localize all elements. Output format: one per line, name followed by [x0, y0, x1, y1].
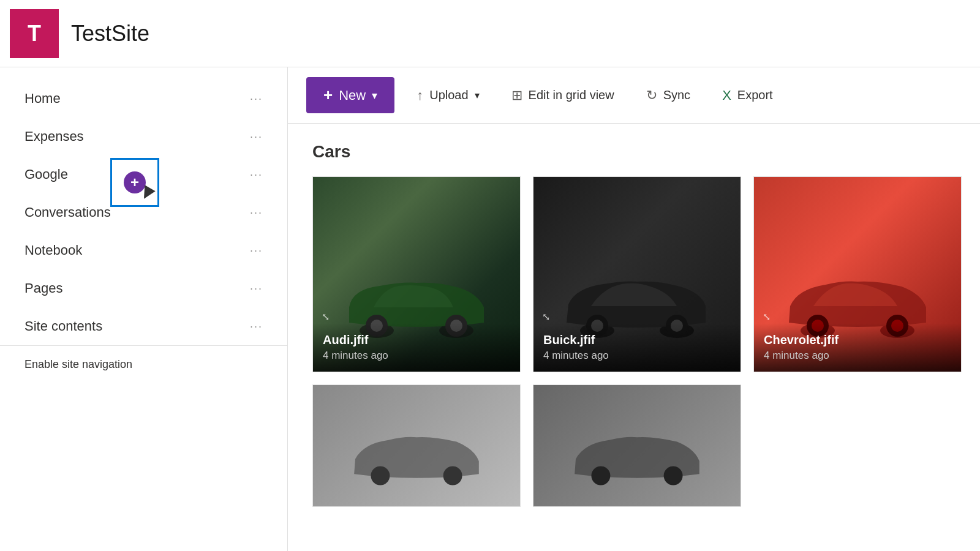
buick-filename: Buick.jfif [543, 333, 731, 347]
upload-button[interactable]: ↑ Upload ▾ [407, 81, 489, 110]
site-title: TestSite [71, 21, 149, 47]
car-silhouette-car5 [557, 427, 717, 488]
sidebar: Home ··· Expenses ··· + Google ··· Conve… [0, 67, 288, 551]
enable-site-navigation: Enable site navigation [0, 345, 287, 383]
upload-chevron-icon: ▾ [475, 89, 480, 101]
section-title: Cars [312, 142, 956, 162]
chevron-down-icon: ▾ [372, 89, 377, 102]
sync-icon: ↻ [646, 88, 657, 103]
edit-grid-button[interactable]: ⊞ Edit in grid view [502, 81, 624, 110]
resize-icon-buick: ⤡ [542, 311, 550, 323]
sync-button[interactable]: ↻ Sync [636, 81, 700, 110]
upload-icon: ↑ [417, 88, 423, 103]
excel-icon: X [722, 88, 731, 103]
drag-plus-icon: + [124, 171, 146, 193]
drag-cursor-overlay: + [110, 158, 159, 207]
sync-label: Sync [663, 88, 690, 102]
sidebar-item-notebook[interactable]: Notebook ··· [0, 231, 287, 269]
card-overlay-buick: Buick.jfif 4 minutes ago [533, 323, 741, 372]
edit-grid-label: Edit in grid view [529, 88, 614, 102]
export-button[interactable]: X Export [712, 81, 783, 110]
sidebar-item-pages[interactable]: Pages ··· [0, 269, 287, 307]
new-button-label: New [339, 88, 366, 103]
new-button[interactable]: + New ▾ [306, 77, 394, 113]
svg-point-18 [371, 467, 390, 485]
card-overlay-chevrolet: Chevrolet.jfif 4 minutes ago [754, 323, 961, 372]
chevrolet-filename: Chevrolet.jfif [764, 333, 951, 347]
image-card-audi[interactable]: ⤡ Audi.jfif 4 minutes ago [312, 176, 521, 372]
resize-icon-chevrolet: ⤡ [763, 311, 771, 323]
toolbar: + New ▾ ↑ Upload ▾ ⊞ Edit in grid view ↻… [288, 67, 980, 124]
content-area: + New ▾ ↑ Upload ▾ ⊞ Edit in grid view ↻… [288, 67, 980, 551]
svg-point-20 [591, 467, 610, 485]
image-card-buick[interactable]: ⤡ Buick.jfif 4 minutes ago [533, 176, 741, 372]
sidebar-item-expenses[interactable]: Expenses ··· [0, 118, 287, 156]
svg-point-19 [443, 467, 462, 485]
sidebar-item-site-contents[interactable]: Site contents ··· [0, 307, 287, 345]
main-container: Home ··· Expenses ··· + Google ··· Conve… [0, 67, 980, 551]
plus-icon: + [323, 86, 333, 105]
image-card-car4[interactable] [312, 384, 521, 507]
content-body: Cars ⤡ Audi.jf [288, 124, 980, 551]
site-logo: T [10, 9, 59, 58]
audi-filename: Audi.jfif [323, 333, 510, 347]
image-card-car5[interactable] [533, 384, 741, 507]
export-label: Export [737, 88, 773, 102]
resize-icon-audi: ⤡ [322, 311, 330, 323]
buick-time: 4 minutes ago [543, 350, 731, 362]
grid-icon: ⊞ [511, 88, 522, 103]
card-overlay-audi: Audi.jfif 4 minutes ago [313, 323, 520, 372]
audi-time: 4 minutes ago [323, 350, 510, 362]
upload-label: Upload [429, 88, 468, 102]
sidebar-item-home[interactable]: Home ··· [0, 80, 287, 118]
svg-point-21 [664, 467, 683, 485]
image-grid: ⤡ Audi.jfif 4 minutes ago [312, 176, 956, 507]
car-silhouette-car4 [337, 427, 496, 488]
site-header: T TestSite [0, 0, 980, 67]
chevrolet-time: 4 minutes ago [764, 350, 951, 362]
image-card-chevrolet[interactable]: ⤡ Chevrolet.jfif 4 minutes ago [753, 176, 962, 372]
